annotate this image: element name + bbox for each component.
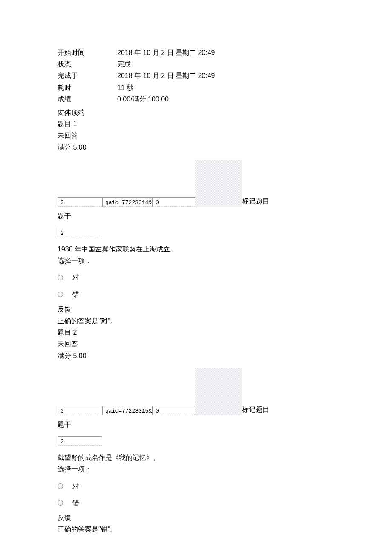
question-2-correct-answer: 正确的答案是"错"。 <box>58 523 334 535</box>
elapsed-value: 11 秒 <box>117 82 334 93</box>
question-1-text: 1930 年中国左翼作家联盟在上海成立。 <box>58 243 334 255</box>
question-2-option-true-label: 对 <box>72 480 79 492</box>
question-2-choose-prompt: 选择一项： <box>58 463 334 475</box>
radio-icon[interactable] <box>58 275 63 280</box>
question-2-field-a[interactable]: 0 <box>58 406 102 415</box>
question-1-small-field[interactable]: 2 <box>58 228 102 237</box>
question-1: 题目 1 未回答 满分 5.00 0 qaid=77223314& 0 标记题目… <box>58 118 334 327</box>
question-1-flag-label[interactable]: 标记题目 <box>242 195 269 207</box>
question-2-max-mark: 满分 5.00 <box>58 350 334 361</box>
question-2-flag-label[interactable]: 标记题目 <box>242 404 269 415</box>
flag-icon[interactable] <box>195 160 242 207</box>
radio-icon[interactable] <box>58 483 63 489</box>
question-1-field-a[interactable]: 0 <box>58 197 102 207</box>
question-1-flag-region: 0 qaid=77223314& 0 标记题目 <box>58 160 334 207</box>
question-2-not-answered: 未回答 <box>58 338 334 350</box>
question-1-choose-prompt: 选择一项： <box>58 255 334 266</box>
question-2-flag-region: 0 qaid=77223315& 0 标记题目 <box>58 368 334 415</box>
question-2-feedback-header: 反馈 <box>58 512 334 523</box>
radio-icon[interactable] <box>58 292 63 297</box>
question-1-option-false-label: 错 <box>72 289 79 300</box>
question-1-field-b[interactable]: qaid=77223314& <box>102 197 153 207</box>
start-time-value: 2018 年 10 月 2 日 星期二 20:49 <box>117 47 334 58</box>
question-2-stem-header: 题干 <box>58 419 334 430</box>
question-1-title: 题目 1 <box>58 118 334 130</box>
question-2-title: 题目 2 <box>58 327 334 338</box>
question-1-field-c[interactable]: 0 <box>153 197 195 207</box>
state-value: 完成 <box>117 58 334 70</box>
state-label: 状态 <box>58 58 117 70</box>
question-1-option-true-label: 对 <box>72 272 79 283</box>
question-2: 题目 2 未回答 满分 5.00 0 qaid=77223315& 0 标记题目… <box>58 327 334 535</box>
question-1-option-true[interactable]: 对 <box>58 272 334 283</box>
question-1-stem-header: 题干 <box>58 210 334 222</box>
flag-icon[interactable] <box>195 368 242 415</box>
question-1-feedback-header: 反馈 <box>58 304 334 315</box>
question-2-option-true[interactable]: 对 <box>58 480 334 492</box>
completed-label: 完成于 <box>58 70 117 81</box>
grade-label: 成绩 <box>58 93 117 105</box>
question-2-option-false[interactable]: 错 <box>58 497 334 509</box>
question-1-max-mark: 满分 5.00 <box>58 142 334 153</box>
question-2-text: 戴望舒的成名作是《我的记忆》。 <box>58 452 334 463</box>
completed-value: 2018 年 10 月 2 日 星期二 20:49 <box>117 70 334 81</box>
question-2-option-false-label: 错 <box>72 497 79 509</box>
question-1-not-answered: 未回答 <box>58 130 334 141</box>
radio-icon[interactable] <box>58 500 63 506</box>
question-2-field-c[interactable]: 0 <box>153 406 195 415</box>
grade-value: 0.00/满分 100.00 <box>117 93 334 105</box>
elapsed-label: 耗时 <box>58 82 117 93</box>
question-1-option-false[interactable]: 错 <box>58 289 334 300</box>
question-1-correct-answer: 正确的答案是"对"。 <box>58 315 334 327</box>
start-time-label: 开始时间 <box>58 47 117 58</box>
question-2-small-field[interactable]: 2 <box>58 436 102 446</box>
question-2-field-b[interactable]: qaid=77223315& <box>102 406 153 415</box>
form-top-label: 窗体顶端 <box>58 107 334 118</box>
attempt-summary: 开始时间 2018 年 10 月 2 日 星期二 20:49 状态 完成 完成于… <box>58 47 334 105</box>
